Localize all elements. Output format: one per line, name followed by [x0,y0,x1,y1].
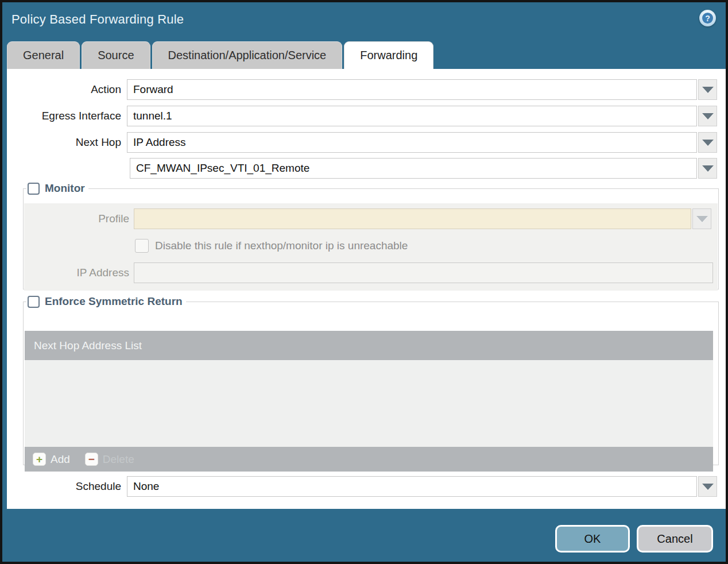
egress-interface-combo [127,106,717,126]
next-hop-address-column-header: Next Hop Address List [34,339,142,352]
schedule-label: Schedule [7,476,121,497]
profile-dropdown-button [692,208,711,229]
delete-button-label: Delete [103,453,134,466]
action-select[interactable] [127,79,697,100]
chevron-down-icon [696,216,708,222]
schedule-row: Schedule [7,476,726,497]
monitor-legend-label: Monitor [45,182,85,195]
action-combo [127,79,717,100]
monitor-legend: Monitor [26,182,88,195]
next-hop-address-table-header: Next Hop Address List [25,331,713,360]
next-hop-type-select[interactable] [127,132,697,153]
tab-forwarding[interactable]: Forwarding [344,41,433,69]
profile-label: Profile [24,208,129,229]
next-hop-address-table: Next Hop Address List + Add − Delete [25,331,713,472]
tab-destination-application-service[interactable]: Destination/Application/Service [152,41,343,69]
disable-rule-label: Disable this rule if nexthop/monitor ip … [155,239,408,252]
next-hop-address-row [7,158,726,179]
egress-interface-row: Egress Interface [7,106,726,126]
next-hop-label: Next Hop [7,132,121,153]
ok-button-label: OK [584,532,601,546]
monitor-ip-address-label: IP Address [24,262,129,283]
chevron-down-icon [702,140,714,146]
tab-source-label: Source [98,49,134,62]
schedule-dropdown-button[interactable] [698,476,717,497]
tab-bar: General Source Destination/Application/S… [7,41,433,69]
next-hop-address-table-toolbar: + Add − Delete [25,447,713,472]
help-icon: ? [702,13,713,24]
action-row: Action [7,79,726,100]
next-hop-combo [127,132,717,153]
chevron-down-icon [702,165,714,172]
schedule-combo [127,476,717,497]
egress-interface-label: Egress Interface [7,106,121,126]
add-button-label: Add [51,453,70,466]
delete-button: − Delete [85,453,134,466]
chevron-down-icon [702,113,714,119]
action-dropdown-button[interactable] [698,79,717,100]
next-hop-row: Next Hop [7,132,726,153]
symmetric-return-legend-label: Enforce Symmetric Return [45,295,183,308]
egress-interface-select[interactable] [127,106,697,126]
policy-based-forwarding-dialog: Policy Based Forwarding Rule ? General S… [0,0,728,564]
cancel-button[interactable]: Cancel [637,525,713,553]
next-hop-dropdown-button[interactable] [698,132,717,153]
symmetric-return-fieldset: Enforce Symmetric Return Next Hop Addres… [23,295,719,465]
symmetric-return-checkbox[interactable] [28,296,40,308]
tab-general-label: General [23,49,64,62]
add-button[interactable]: + Add [33,453,70,466]
tab-source[interactable]: Source [82,41,150,69]
chevron-down-icon [702,484,714,490]
schedule-select[interactable] [127,476,697,497]
tab-forwarding-label: Forwarding [360,49,417,62]
next-hop-address-table-body[interactable] [25,360,713,447]
tab-destination-label: Destination/Application/Service [168,49,327,62]
cancel-button-label: Cancel [657,532,692,546]
monitor-checkbox[interactable] [28,183,40,195]
action-label: Action [7,79,121,100]
minus-icon: − [85,453,98,466]
profile-combo [134,208,711,229]
forwarding-tab-panel: Action Egress Interface Next Hop [7,69,726,509]
monitor-ip-address-input [134,262,713,283]
ok-button[interactable]: OK [555,525,630,553]
profile-select [134,208,691,229]
egress-interface-dropdown-button[interactable] [698,106,717,126]
disable-rule-checkbox [135,239,149,253]
next-hop-address-combo [130,158,717,179]
next-hop-address-dropdown-button[interactable] [698,158,717,179]
monitor-fieldset: Monitor Profile Disable this rule if nex… [23,182,719,289]
dialog-title: Policy Based Forwarding Rule [11,12,184,27]
chevron-down-icon [702,87,714,93]
tab-general[interactable]: General [7,41,80,69]
symmetric-return-legend: Enforce Symmetric Return [26,295,186,308]
disable-rule-row: Disable this rule if nexthop/monitor ip … [135,239,408,253]
dialog-titlebar: Policy Based Forwarding Rule ? [2,2,726,39]
monitor-panel: Profile Disable this rule if nexthop/mon… [24,203,718,291]
help-button[interactable]: ? [699,10,716,26]
next-hop-address-select[interactable] [130,158,697,179]
plus-icon: + [33,453,46,466]
